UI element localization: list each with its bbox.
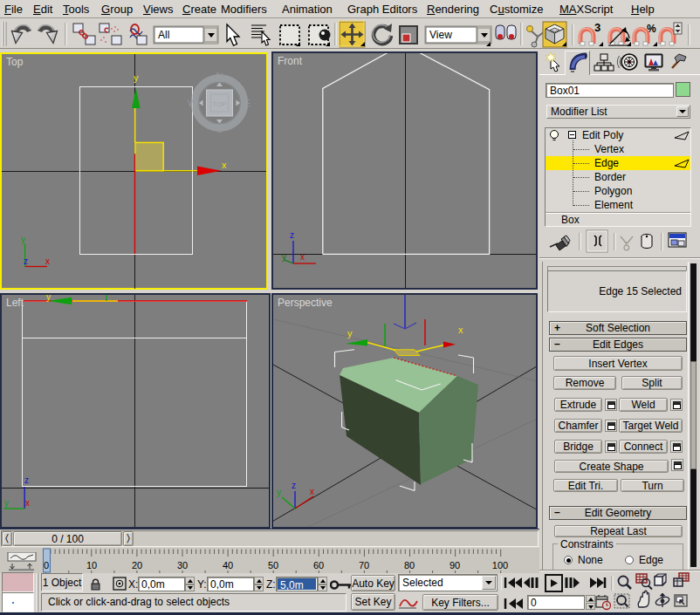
svg-text:y: y xyxy=(46,295,51,302)
svg-text:z: z xyxy=(24,475,29,485)
svg-text:View: View xyxy=(429,29,452,41)
svg-text:z: z xyxy=(292,481,296,490)
svg-text:N: N xyxy=(216,71,223,81)
svg-text:E: E xyxy=(244,98,250,108)
svg-text:40: 40 xyxy=(223,560,233,571)
svg-text:z: z xyxy=(290,230,294,240)
svg-text:100: 100 xyxy=(492,560,508,571)
svg-text:80: 80 xyxy=(404,560,415,571)
svg-text:60: 60 xyxy=(313,560,324,571)
svg-text:90: 90 xyxy=(450,560,460,571)
svg-text:z: z xyxy=(24,256,28,266)
svg-text:70: 70 xyxy=(359,560,369,571)
svg-text:x: x xyxy=(458,325,463,335)
svg-text:3: 3 xyxy=(594,21,600,34)
svg-text:y: y xyxy=(134,72,139,83)
svg-text:W: W xyxy=(188,98,197,108)
svg-text:y: y xyxy=(21,235,25,244)
svg-text:10: 10 xyxy=(86,560,97,571)
svg-text:x: x xyxy=(222,160,227,170)
svg-text:S: S xyxy=(216,124,223,134)
svg-text:All: All xyxy=(158,29,169,41)
svg-text:y: y xyxy=(282,252,286,262)
svg-text:y: y xyxy=(4,498,9,508)
svg-text:y: y xyxy=(277,488,281,497)
svg-text:%: % xyxy=(647,23,656,35)
svg-text:20: 20 xyxy=(132,560,142,571)
svg-text:0: 0 xyxy=(44,560,49,571)
svg-text:x: x xyxy=(300,252,305,262)
svg-text:x: x xyxy=(310,487,314,496)
svg-text:x: x xyxy=(45,256,50,266)
svg-text:TOP: TOP xyxy=(212,100,226,108)
svg-text:x: x xyxy=(25,498,30,508)
svg-text:y: y xyxy=(347,328,353,338)
svg-text:30: 30 xyxy=(177,560,188,571)
svg-text:50: 50 xyxy=(268,560,278,571)
